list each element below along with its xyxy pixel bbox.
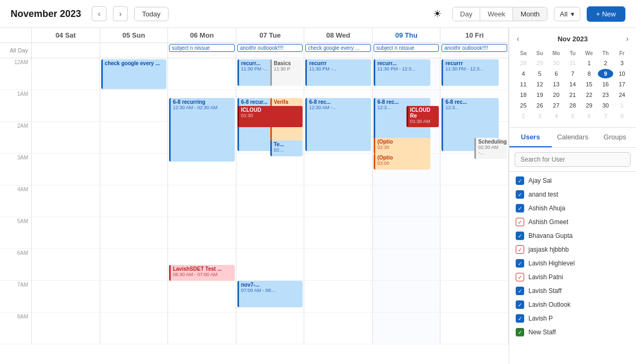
event-thu-optio1[interactable]: (Optio 02:30	[374, 138, 431, 154]
mini-cal-day[interactable]: 6	[581, 111, 597, 121]
user-item[interactable]: ✓Lavish Highlevel	[515, 256, 631, 270]
mini-cal-day[interactable]: 18	[516, 90, 531, 100]
mini-cal-day[interactable]: 2	[598, 58, 613, 68]
user-item[interactable]: ✓Lavish P	[515, 312, 631, 325]
mini-cal-day[interactable]: 13	[549, 79, 564, 89]
mini-cal-next[interactable]: ›	[624, 33, 631, 44]
user-checkbox[interactable]: ✓	[516, 190, 524, 199]
mini-cal-day[interactable]: 20	[549, 90, 564, 100]
mini-cal-day[interactable]: 5	[565, 111, 580, 121]
filter-dropdown[interactable]: All ▾	[554, 7, 580, 21]
allday-event-mon[interactable]: subject n nissue	[169, 44, 235, 52]
mini-cal-day[interactable]: 12	[532, 79, 547, 89]
mini-cal-day[interactable]: 11	[516, 79, 531, 89]
mini-cal-day[interactable]: 29	[532, 58, 547, 68]
mini-cal-day[interactable]: 30	[549, 58, 564, 68]
mini-cal-day[interactable]: 2	[516, 111, 531, 121]
event-sun-check[interactable]: check google every ...	[101, 59, 167, 89]
event-thu-recurrr[interactable]: recurr... 11:30 PM - 12:3...	[374, 59, 431, 86]
mini-cal-day[interactable]: 19	[532, 90, 547, 100]
mini-cal-day[interactable]: 4	[549, 111, 564, 121]
mini-cal-day[interactable]: 9	[598, 69, 613, 78]
tab-groups[interactable]: Groups	[594, 128, 636, 147]
mini-cal-day[interactable]: 3	[614, 58, 630, 68]
user-checkbox[interactable]: ✓	[516, 287, 524, 295]
mini-cal-day[interactable]: 8	[614, 111, 630, 121]
mini-cal-day[interactable]: 29	[581, 101, 597, 110]
user-item[interactable]: ✓anand test	[515, 188, 631, 201]
user-item[interactable]: ✓Lavish Patni	[515, 270, 631, 284]
mini-cal-day[interactable]: 4	[516, 69, 531, 78]
mini-cal-day[interactable]: 1	[581, 58, 597, 68]
mini-cal-prev[interactable]: ‹	[515, 33, 522, 44]
user-checkbox[interactable]: ✓	[516, 204, 524, 212]
mini-cal-day[interactable]: 10	[614, 69, 630, 78]
event-tue-nov7[interactable]: nov7-... 07:00 AM - 08:...	[237, 281, 303, 307]
mini-cal-day[interactable]: 22	[581, 90, 597, 100]
mini-cal-day[interactable]: 14	[565, 79, 580, 89]
new-event-button[interactable]: + New	[587, 6, 625, 22]
prev-nav-button[interactable]: ‹	[92, 6, 107, 21]
allday-event-fri[interactable]: anoithr outloook!!!!	[441, 44, 507, 52]
event-tue-basics[interactable]: Basics 11:30 P	[270, 59, 303, 86]
user-checkbox[interactable]: ✓	[516, 232, 524, 240]
user-item[interactable]: ✓jasjask hjbbhb	[515, 243, 631, 256]
mini-cal-day[interactable]: 1	[614, 101, 630, 110]
allday-event-thu[interactable]: subject n nissue	[374, 44, 439, 52]
user-checkbox[interactable]: ✓	[516, 328, 524, 336]
event-mon-recurring[interactable]: 6-8 recurring 12:30 AM - 02:30 AM	[169, 98, 235, 162]
mini-cal-day[interactable]: 17	[614, 79, 630, 89]
mini-cal-day[interactable]: 16	[598, 79, 613, 89]
mini-cal-day[interactable]: 28	[565, 101, 580, 110]
mini-cal-day[interactable]: 3	[532, 111, 547, 121]
event-tue-te[interactable]: Te... 02:...	[270, 140, 303, 156]
month-view-button[interactable]: Month	[513, 7, 547, 21]
mini-cal-day[interactable]: 27	[549, 101, 564, 110]
user-checkbox[interactable]: ✓	[516, 273, 524, 281]
mini-cal-day[interactable]: 28	[516, 58, 531, 68]
mini-cal-day[interactable]: 6	[549, 69, 564, 78]
mini-cal-day[interactable]: 7	[598, 111, 613, 121]
event-fri-recurrr[interactable]: recurrr 11:30 PM - 12:3...	[441, 59, 499, 86]
day-view-button[interactable]: Day	[453, 7, 480, 21]
mini-cal-day[interactable]: 8	[581, 69, 597, 78]
grid-scroll[interactable]: 12AM 1AM 2AM 3AM 4AM 5AM 6AM 7AM 8AM	[0, 58, 509, 364]
event-fri-scheduling[interactable]: Scheduling... 02:30 AM -...	[474, 138, 507, 159]
tab-calendars[interactable]: Calendars	[552, 128, 594, 147]
mini-cal-day[interactable]: 5	[532, 69, 547, 78]
user-item[interactable]: ✓Bhavana Gupta	[515, 229, 631, 243]
mini-cal-day[interactable]: 26	[532, 101, 547, 110]
tab-users[interactable]: Users	[509, 128, 552, 147]
event-thu-icloud[interactable]: ICLOUD Re 01:30 AM	[407, 106, 439, 127]
user-checkbox[interactable]: ✓	[516, 218, 524, 226]
theme-toggle-button[interactable]: ☀	[429, 5, 446, 22]
week-view-button[interactable]: Week	[480, 7, 513, 21]
allday-event-wed[interactable]: check google every ...	[305, 44, 371, 52]
mini-cal-day[interactable]: 21	[565, 90, 580, 100]
mini-cal-day[interactable]: 23	[598, 90, 613, 100]
mini-cal-day[interactable]: 15	[581, 79, 597, 89]
user-item[interactable]: ✓Ashish Ahuja	[515, 201, 631, 215]
user-item[interactable]: ✓Lavish Outlook	[515, 298, 631, 312]
user-item[interactable]: ✓Ashish Gmeet	[515, 215, 631, 229]
mini-cal-day[interactable]: 7	[565, 69, 580, 78]
event-tue-icloud[interactable]: ICLOUD 01:30	[237, 106, 303, 127]
user-item[interactable]: ✓Ajay Sai	[515, 174, 631, 188]
mini-cal-day[interactable]: 24	[614, 90, 630, 100]
mini-cal-day[interactable]: 25	[516, 101, 531, 110]
next-nav-button[interactable]: ›	[113, 6, 128, 21]
user-item[interactable]: ✓Lavish Staff	[515, 284, 631, 298]
user-checkbox[interactable]: ✓	[516, 245, 524, 254]
event-wed-recurrr[interactable]: recurrr 11:30 PM -...	[305, 59, 371, 86]
mini-cal-day[interactable]: 31	[565, 58, 580, 68]
user-checkbox[interactable]: ✓	[516, 259, 524, 268]
user-item[interactable]: ✓New Staff	[515, 325, 631, 339]
search-input[interactable]	[515, 152, 631, 167]
today-button[interactable]: Today	[134, 7, 169, 21]
event-mon-lavish[interactable]: LavishSDET Test ... 06:30 AM - 07:00 AM	[169, 265, 235, 281]
user-checkbox[interactable]: ✓	[516, 314, 524, 323]
user-checkbox[interactable]: ✓	[516, 176, 524, 185]
mini-cal-day[interactable]: 30	[598, 101, 613, 110]
event-wed-6-8[interactable]: 6-8 rec... 12:30 AM -...	[305, 98, 371, 151]
user-checkbox[interactable]: ✓	[516, 300, 524, 309]
